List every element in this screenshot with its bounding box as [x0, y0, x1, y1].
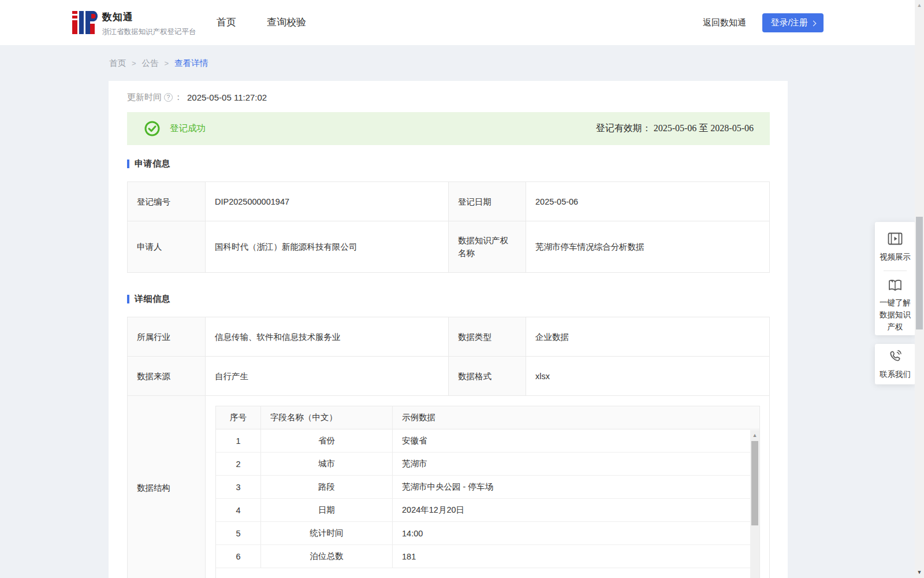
- cell-index: 1: [216, 429, 261, 452]
- contact-label: 联系我们: [878, 368, 912, 380]
- data-source-label: 数据来源: [128, 357, 206, 395]
- data-format-label: 数据格式: [449, 357, 526, 395]
- cell-sample-data: 芜湖市: [393, 453, 759, 475]
- section-bar-icon: [127, 295, 129, 303]
- structure-fields-table: 序号 字段名称（中文） 示例数据 1 省份 安徽省 2 城市: [215, 406, 760, 578]
- cell-index: 4: [216, 499, 261, 521]
- app-header: 数知通 浙江省数据知识产权登记平台 首页 查询校验 返回数知通 登录/注册: [0, 0, 924, 45]
- success-check-icon: [144, 121, 160, 136]
- reg-date-value: 2025-05-06: [526, 182, 769, 221]
- structure-scrollbar-thumb[interactable]: [751, 441, 758, 525]
- col-header-index: 序号: [216, 406, 261, 429]
- table-row: 所属行业 信息传输、软件和信息技术服务业 数据类型 企业数据: [128, 317, 769, 357]
- section-bar-icon: [127, 160, 129, 168]
- cell-field-name: 统计时间: [261, 522, 393, 544]
- structure-table-header: 序号 字段名称（中文） 示例数据: [216, 406, 759, 429]
- scroll-up-icon[interactable]: ▲: [750, 431, 759, 439]
- cell-sample-data: 14:00: [393, 522, 759, 544]
- section-apply-title: 申请信息: [135, 158, 170, 169]
- help-icon[interactable]: ?: [164, 93, 173, 102]
- video-label: 视频展示: [878, 251, 912, 263]
- login-register-button[interactable]: 登录/注册: [762, 13, 824, 32]
- data-format-value: xlsx: [526, 357, 769, 395]
- guide-label: 一键了解 数据知识 产权: [878, 297, 912, 333]
- breadcrumb-home[interactable]: 首页: [109, 58, 126, 69]
- cell-index: 2: [216, 453, 261, 475]
- detail-info-table: 所属行业 信息传输、软件和信息技术服务业 数据类型 企业数据 数据来源 自行产生…: [127, 317, 770, 578]
- status-text: 登记成功: [170, 123, 206, 135]
- table-row: 数据来源 自行产生 数据格式 xlsx: [128, 357, 769, 396]
- data-structure-label: 数据结构: [128, 396, 206, 578]
- applicant-value: 国科时代（浙江）新能源科技有限公司: [206, 221, 449, 272]
- section-apply-info: 申请信息: [127, 159, 770, 169]
- col-header-field-name: 字段名称（中文）: [261, 406, 393, 429]
- cell-field-name: 城市: [261, 453, 393, 475]
- data-structure-content: 序号 字段名称（中文） 示例数据 1 省份 安徽省 2 城市: [206, 396, 769, 578]
- cell-field-name: 省份: [261, 429, 393, 452]
- validity-value: 2025-05-06 至 2028-05-06: [654, 123, 754, 133]
- dip-name-value: 芜湖市停车情况综合分析数据: [526, 221, 769, 272]
- chevron-right-icon: [810, 20, 816, 26]
- video-icon: [888, 231, 903, 246]
- validity-period: 登记有效期： 2025-05-06 至 2028-05-06: [596, 123, 754, 135]
- update-time-row: 更新时间 ? ： 2025-05-05 11:27:02: [127, 91, 770, 103]
- back-to-shuzhitong-link[interactable]: 返回数知通: [703, 0, 746, 45]
- book-icon: [888, 278, 903, 293]
- apply-info-table: 登记编号 DIP2025000001947 登记日期 2025-05-06 申请…: [127, 181, 770, 273]
- reg-no-label: 登记编号: [128, 182, 206, 221]
- col-header-sample-data: 示例数据: [393, 406, 759, 429]
- table-row: 2 城市 芜湖市: [216, 453, 759, 476]
- nav-item-query-verify[interactable]: 查询校验: [267, 0, 306, 45]
- table-row: 4 日期 2024年12月20日: [216, 499, 759, 522]
- breadcrumb-current: 查看详情: [174, 58, 208, 69]
- page-scrollbar[interactable]: ▲ ▼: [915, 0, 924, 578]
- scroll-up-icon[interactable]: ▲: [915, 1, 924, 9]
- breadcrumb-notice[interactable]: 公告: [142, 58, 159, 69]
- structure-table-scrollbar[interactable]: ▲: [750, 430, 759, 578]
- scroll-down-icon[interactable]: ▼: [915, 568, 924, 576]
- page-scrollbar-thumb[interactable]: [916, 217, 923, 329]
- applicant-label: 申请人: [128, 221, 206, 272]
- guide-label-line2: 数据知识: [878, 309, 912, 321]
- brand-subtitle: 浙江省数据知识产权登记平台: [102, 27, 196, 37]
- table-row: 申请人 国科时代（浙江）新能源科技有限公司 数据知识产权名称 芜湖市停车情况综合…: [128, 221, 769, 272]
- section-detail-title: 详细信息: [135, 294, 170, 305]
- detail-card: 更新时间 ? ： 2025-05-05 11:27:02 登记成功 登记有效期：…: [109, 81, 788, 578]
- table-row: 6 泊位总数 181: [216, 545, 759, 568]
- table-row: 5 统计时间 14:00: [216, 522, 759, 545]
- industry-value: 信息传输、软件和信息技术服务业: [206, 317, 449, 356]
- guide-label-line1: 一键了解: [878, 297, 912, 309]
- update-time-label: 更新时间: [127, 92, 162, 103]
- side-panel-video-guide[interactable]: 视频展示 一键了解 数据知识 产权: [875, 222, 915, 335]
- validity-label: 登记有效期：: [596, 123, 651, 133]
- industry-label: 所属行业: [128, 317, 206, 356]
- cell-field-name: 泊位总数: [261, 545, 393, 568]
- brand-text: 数知通 浙江省数据知识产权登记平台: [102, 10, 196, 37]
- cell-index: 3: [216, 476, 261, 498]
- login-button-label: 登录/注册: [770, 17, 807, 28]
- table-row-data-structure: 数据结构 序号 字段名称（中文） 示例数据 1 省份 安徽省: [128, 396, 769, 578]
- reg-no-value: DIP2025000001947: [206, 182, 449, 221]
- brand-logo-icon: [72, 9, 98, 36]
- table-row: 3 路段 芜湖市中央公园 - 停车场: [216, 476, 759, 499]
- data-type-label: 数据类型: [449, 317, 526, 356]
- dip-name-label: 数据知识产权名称: [449, 221, 526, 272]
- cell-sample-data: 安徽省: [393, 429, 759, 452]
- status-indicator: 登记成功: [144, 121, 206, 136]
- cell-sample-data: 芜湖市中央公园 - 停车场: [393, 476, 759, 498]
- side-panel-contact[interactable]: 联系我们: [875, 344, 915, 384]
- update-time-colon: ：: [174, 92, 182, 103]
- cell-sample-data: 181: [393, 545, 759, 568]
- nav-item-home[interactable]: 首页: [217, 0, 236, 45]
- structure-table-body: 1 省份 安徽省 2 城市 芜湖市 3 路段 芜湖市中央公园 - 停车场: [216, 429, 759, 578]
- cell-index: 5: [216, 522, 261, 544]
- update-time-value: 2025-05-05 11:27:02: [187, 92, 267, 102]
- divider: [884, 271, 907, 271]
- breadcrumb-separator-icon: >: [132, 59, 136, 68]
- table-row: 登记编号 DIP2025000001947 登记日期 2025-05-06: [128, 182, 769, 221]
- breadcrumb-separator-icon: >: [165, 59, 169, 68]
- data-source-value: 自行产生: [206, 357, 449, 395]
- cell-field-name: 路段: [261, 476, 393, 498]
- guide-label-line3: 产权: [878, 321, 912, 333]
- brand-name: 数知通: [102, 10, 196, 24]
